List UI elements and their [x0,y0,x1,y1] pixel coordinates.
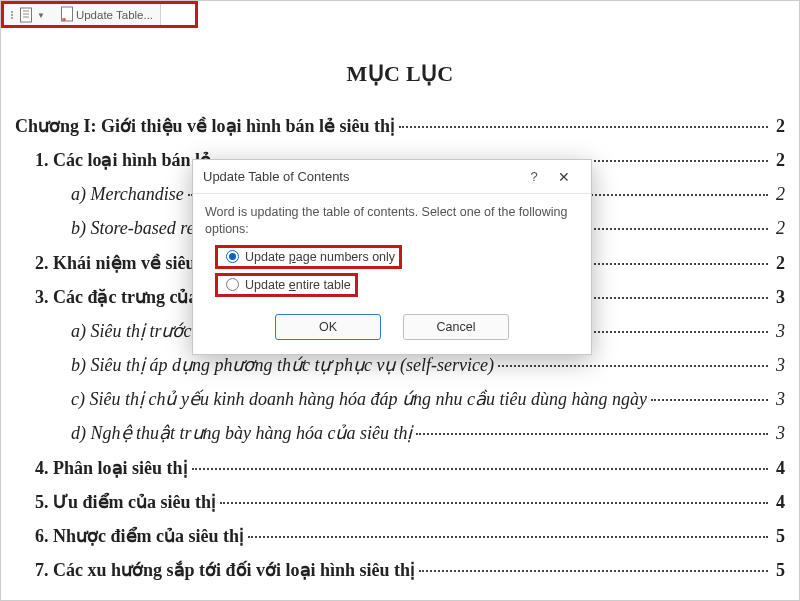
dialog-titlebar: Update Table of Contents ? ✕ [193,160,591,194]
update-table-label: Update Table... [76,9,153,21]
toc-text: 5. Ưu điểm của siêu thị [35,485,216,519]
toc-text: d) Nghệ thuật trưng bày hàng hóa của siê… [71,416,412,450]
toc-text: 7. Các xu hướng sắp tới đối với loại hìn… [35,553,415,587]
toc-text: c) Siêu thị chủ yếu kinh doanh hàng hóa … [71,382,647,416]
toc-dropdown-caret-icon[interactable]: ▼ [37,11,45,20]
toc-entry: Chương I: Giới thiệu về loại hình bán lẻ… [15,109,785,143]
radio-selected-icon [226,250,239,263]
toc-text: 1. Các loại hình bán lẻ [35,143,211,177]
toc-text: Chương I: Giới thiệu về loại hình bán lẻ… [15,109,395,143]
toc-entry: 5. Ưu điểm của siêu thị 4 [15,485,785,519]
toc-leader-dots [248,536,768,538]
toc-page-number: 4 [772,485,785,519]
svg-rect-0 [21,8,32,22]
dialog-message: Word is updating the table of contents. … [205,204,579,238]
toc-page-number: 4 [772,451,785,485]
toc-leader-dots [399,126,768,128]
toc-leader-dots [498,365,768,367]
toc-page-number: 2 [772,143,785,177]
toc-outline-icon[interactable] [19,7,33,23]
toc-entry: 7. Các xu hướng sắp tới đối với loại hìn… [15,553,785,587]
toc-page-number: 3 [772,382,785,416]
toc-page-number: 3 [772,314,785,348]
toc-page-number: 2 [772,211,785,245]
toc-mini-toolbar: ▼ ! Update Table... [3,3,161,27]
dialog-body: Word is updating the table of contents. … [193,194,591,304]
option-label: Update entire table [245,278,351,292]
toc-entry: d) Nghệ thuật trưng bày hàng hóa của siê… [15,416,785,450]
toc-page-number: 5 [772,519,785,553]
toc-leader-dots [192,468,768,470]
toc-page-number: 5 [772,553,785,587]
radio-unselected-icon [226,278,239,291]
toc-text: 6. Nhược điểm của siêu thị [35,519,244,553]
toc-entry: 4. Phân loại siêu thị 4 [15,451,785,485]
toc-entry: 6. Nhược điểm của siêu thị 5 [15,519,785,553]
dialog-help-button[interactable]: ? [521,169,547,184]
svg-text:!: ! [63,16,64,22]
page-title: MỤC LỤC [15,53,785,95]
ok-button[interactable]: OK [275,314,381,340]
toc-page-number: 2 [772,246,785,280]
update-table-button[interactable]: ! Update Table... [57,5,156,25]
app-window: ▼ ! Update Table... MỤC LỤC Chương I: Gi… [0,0,800,601]
toc-page-number: 3 [772,280,785,314]
option-entire-table[interactable]: Update entire table [215,273,358,297]
toc-text: a) Merchandise [71,177,184,211]
toc-page-number: 3 [772,416,785,450]
toc-leader-dots [220,502,768,504]
page-refresh-icon: ! [60,6,74,24]
toc-leader-dots [419,570,768,572]
toc-page-number: 2 [772,109,785,143]
toc-leader-dots [416,433,768,435]
dialog-title-text: Update Table of Contents [203,169,521,184]
toc-leader-dots [651,399,768,401]
update-toc-dialog: Update Table of Contents ? ✕ Word is upd… [192,159,592,355]
option-page-numbers-only[interactable]: Update page numbers only [215,245,402,269]
option-label: Update page numbers only [245,250,395,264]
dialog-close-button[interactable]: ✕ [547,169,581,185]
cancel-button[interactable]: Cancel [403,314,509,340]
toolbar-grip-icon [8,11,15,19]
toc-entry: c) Siêu thị chủ yếu kinh doanh hàng hóa … [15,382,785,416]
toc-page-number: 3 [772,348,785,382]
dialog-button-row: OK Cancel [193,304,591,354]
toc-text: 4. Phân loại siêu thị [35,451,188,485]
toc-page-number: 2 [772,177,785,211]
